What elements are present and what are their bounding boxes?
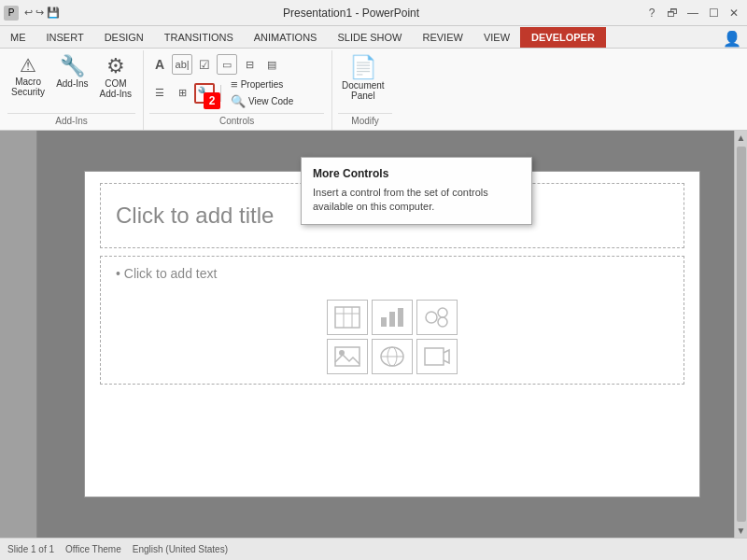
- restore-button[interactable]: 🗗: [663, 4, 682, 22]
- ribbon-group-modify: 📄 DocumentPanel Modify: [334, 50, 400, 130]
- tooltip-box: More Controls Insert a control from the …: [301, 157, 532, 225]
- right-scrollbar[interactable]: ▲ ▼: [734, 131, 747, 538]
- addins-content: ⚠ MacroSecurity 🔧 Add-Ins ⚙ COMAdd-Ins: [7, 52, 135, 113]
- tab-transitions[interactable]: TRANSITIONS: [154, 27, 244, 48]
- tab-home[interactable]: ME: [0, 27, 36, 48]
- modify-group-label: Modify: [338, 113, 392, 130]
- svg-rect-6: [398, 308, 403, 327]
- theme-name: Office Theme: [65, 544, 121, 554]
- properties-button[interactable]: ≡ Properties: [227, 77, 297, 92]
- maximize-button[interactable]: ☐: [704, 4, 723, 22]
- tab-view[interactable]: VIEW: [473, 27, 520, 48]
- addins-icon: 🔧: [60, 56, 85, 77]
- tab-review[interactable]: REVIEW: [413, 27, 473, 48]
- ribbon-group-addins: ⚠ MacroSecurity 🔧 Add-Ins ⚙ COMAdd-Ins A…: [4, 50, 144, 130]
- properties-icon: ≡: [231, 77, 238, 91]
- ctrl-scrollbar-button[interactable]: ☰: [149, 83, 170, 104]
- ribbon-tabs: ME INSERT DESIGN TRANSITIONS ANIMATIONS …: [0, 26, 747, 49]
- tab-animations[interactable]: ANIMATIONS: [244, 27, 328, 48]
- tab-insert[interactable]: INSERT: [36, 27, 94, 48]
- svg-rect-10: [335, 347, 359, 366]
- app-icon: P: [4, 6, 19, 21]
- warning-icon: ⚠: [20, 56, 36, 75]
- macro-security-button[interactable]: ⚠ MacroSecurity: [7, 54, 49, 99]
- add-ins-button[interactable]: 🔧 Add-Ins: [52, 54, 92, 91]
- status-bar: Slide 1 of 1 Office Theme English (Unite…: [0, 538, 747, 560]
- tab-design[interactable]: DESIGN: [94, 27, 154, 48]
- controls-separator: [220, 85, 221, 102]
- slide-icons-grid: [327, 300, 458, 374]
- ctrl-frame-button[interactable]: ▭: [217, 54, 237, 75]
- slide-count: Slide 1 of 1: [7, 544, 54, 554]
- step2-badge: 2: [204, 92, 220, 109]
- quick-access: ↩ ↪ 💾: [24, 7, 60, 19]
- svg-rect-0: [335, 307, 359, 328]
- properties-label: Properties: [241, 79, 284, 90]
- user-icon: 👤: [723, 30, 741, 48]
- viewcode-icon: 🔍: [231, 94, 246, 108]
- addins-group-label: Add-Ins: [7, 113, 135, 130]
- modify-content: 📄 DocumentPanel: [338, 52, 392, 113]
- ctrl-more-button[interactable]: 🔧 2: [194, 83, 215, 104]
- minimize-button[interactable]: —: [684, 4, 702, 22]
- title-bar-controls: ? 🗗 — ☐ ✕: [642, 4, 743, 22]
- controls-right: ≡ Properties 🔍 View Code: [227, 77, 297, 109]
- ctrl-checkbox-button[interactable]: ☑: [194, 54, 215, 75]
- title-bar: P ↩ ↪ 💾 Presentation1 - PowerPoint ? 🗗 —…: [0, 0, 747, 26]
- controls-content: A ab| ☑ ▭ ⊟ ▤ ☰ ⊞ 🔧 2 ≡ Propert: [149, 52, 324, 113]
- slide-content-placeholder: • Click to add text: [116, 266, 217, 281]
- ctrl-label-button[interactable]: A: [149, 54, 170, 75]
- view-code-button[interactable]: 🔍 View Code: [227, 93, 297, 109]
- ribbon: ⚠ MacroSecurity 🔧 Add-Ins ⚙ COMAdd-Ins A…: [0, 49, 747, 131]
- svg-rect-15: [425, 348, 444, 365]
- tooltip-title: More Controls: [313, 167, 520, 180]
- viewcode-label: View Code: [248, 96, 293, 106]
- tab-slideshow[interactable]: SLIDE SHOW: [327, 27, 412, 48]
- svg-point-7: [426, 312, 437, 323]
- ribbon-group-controls: A ab| ☑ ▭ ⊟ ▤ ☰ ⊞ 🔧 2 ≡ Propert: [146, 50, 332, 130]
- insert-table-icon[interactable]: [327, 300, 368, 335]
- tab-developer[interactable]: DEVELOPER: [520, 27, 606, 48]
- svg-point-9: [438, 317, 447, 327]
- ctrl-combobox-button[interactable]: ⊟: [239, 54, 260, 75]
- scroll-up-arrow[interactable]: ▲: [735, 131, 747, 145]
- insert-video-icon[interactable]: [416, 339, 458, 374]
- scroll-down-arrow[interactable]: ▼: [735, 524, 747, 538]
- com-add-ins-button[interactable]: ⚙ COMAdd-Ins: [96, 54, 135, 101]
- help-button[interactable]: ?: [642, 4, 661, 22]
- insert-chart-icon[interactable]: [372, 300, 413, 335]
- tooltip-description: Insert a control from the set of control…: [313, 186, 520, 215]
- document-panel-button[interactable]: 📄 DocumentPanel: [338, 54, 388, 103]
- ctrl-spinbutton-button[interactable]: ⊞: [172, 83, 192, 104]
- controls-group-label: Controls: [149, 113, 324, 130]
- controls-row1: A ab| ☑ ▭ ⊟ ▤: [149, 54, 282, 75]
- document-panel-icon: 📄: [349, 56, 377, 78]
- language: English (United States): [133, 544, 228, 554]
- title-bar-left: P ↩ ↪ 💾: [4, 6, 60, 21]
- close-button[interactable]: ✕: [725, 4, 743, 22]
- thumbnail-strip: [0, 131, 37, 538]
- controls-row2: ☰ ⊞ 🔧 2 ≡ Properties 🔍 View Code: [149, 77, 297, 109]
- slide-content-box[interactable]: • Click to add text: [100, 256, 684, 385]
- scroll-thumb[interactable]: [737, 147, 746, 522]
- com-icon: ⚙: [106, 56, 125, 77]
- insert-online-icon[interactable]: [372, 339, 413, 374]
- window-title: Presentation1 - PowerPoint: [60, 7, 642, 20]
- slide-title-placeholder: Click to add title: [116, 203, 274, 229]
- ctrl-listbox-button[interactable]: ▤: [261, 54, 282, 75]
- ctrl-textbox-button[interactable]: ab|: [172, 54, 192, 75]
- insert-smartart-icon[interactable]: [416, 300, 458, 335]
- insert-picture-icon[interactable]: [327, 339, 368, 374]
- svg-point-8: [438, 308, 447, 317]
- svg-rect-5: [389, 312, 395, 327]
- svg-rect-4: [381, 317, 387, 327]
